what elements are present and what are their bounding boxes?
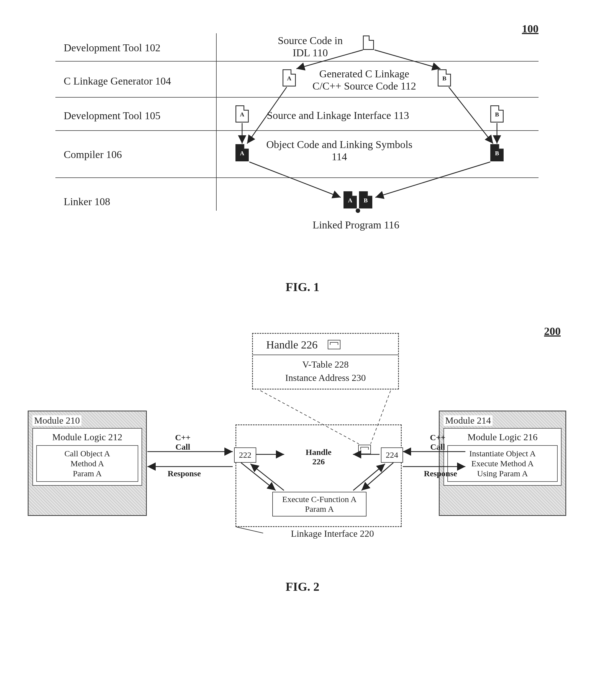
response-right-label: Response [413,469,468,478]
header-linked-program: Linked Program 116 [308,219,404,231]
svg-line-4 [449,87,493,144]
divider [55,130,538,131]
figure-2: 200 Module 210 Module Logic 212 Call Obj… [22,322,583,571]
figure-1: 100 Development Tool 102 C Linkage Gener… [22,22,583,272]
handle-center-label: Handle 226 [236,447,401,466]
linked-a-dark-icon: A [343,191,357,208]
text: Handle [306,447,331,457]
text: Param A [73,469,102,478]
text: 114 [332,151,347,162]
linkage-interface-220: 222 224 Handle 226 Execute C-Function A … [235,424,402,527]
c-function-box: Execute C-Function A Param A [272,492,367,517]
text: C/C++ Source Code 112 [313,80,416,92]
divider [216,33,217,211]
text: Call [430,442,445,451]
header-source-idl: Source Code in IDL 110 [266,35,354,59]
svg-line-20 [237,527,263,533]
module-logic-212-body: Call Object A Method A Param A [36,445,138,482]
file-a-light-icon: A [283,69,296,86]
handle-box-226: Handle 226 V-Table 228 Instance Address … [252,333,399,390]
text: Call Object A [64,449,110,458]
module-214-title: Module 214 [444,415,493,426]
text: Using Param A [477,469,528,478]
text: Param A [305,504,334,514]
file-b-light-icon: B [438,69,451,86]
text: Call [175,442,190,451]
row-label-dev-tool-2: Development Tool 105 [64,109,160,122]
file-a-dark-icon: A [235,144,249,161]
row-label-dev-tool-1: Development Tool 102 [64,42,160,54]
file-b-dark-icon: B [490,144,504,161]
row-label-linkage-gen: C Linkage Generator 104 [64,75,171,87]
divider [55,177,538,178]
row-label-linker: Linker 108 [64,196,110,208]
text: Execute Method A [472,459,534,468]
text: 226 [313,457,325,466]
text: C++ [175,433,191,442]
module-logic-212-title: Module Logic 212 [36,432,138,443]
instance-addr-label: Instance Address 230 [285,373,366,383]
svg-line-1 [374,50,441,69]
module-logic-212: Module Logic 212 Call Object A Method A … [32,428,142,486]
module-210: Module 210 Module Logic 212 Call Object … [28,410,147,516]
text: Source Code in [278,35,343,46]
figure-1-number: 100 [522,22,538,35]
link-dot-icon [356,208,360,213]
figure-2-caption: FIG. 2 [22,580,583,594]
text: Generated C Linkage [319,68,410,80]
header-source-linkage-iface: Source and Linkage Interface 113 [263,109,413,122]
text: Object Code and Linking Symbols [266,139,413,150]
vtable-label: V-Table 228 [302,359,348,370]
linkage-interface-caption: Linkage Interface 220 [263,528,402,539]
svg-line-7 [375,162,490,197]
figure-1-caption: FIG. 1 [22,280,583,294]
row-label-compiler: Compiler 106 [64,148,122,160]
divider [55,61,538,61]
handle-box-title: Handle 226 [266,338,318,351]
source-file-icon [363,35,374,50]
header-generated-linkage: Generated C Linkage C/C++ Source Code 11… [305,68,424,92]
text: Execute C-Function A [282,495,357,504]
cpp-call-right-label: C++ Call [421,433,454,452]
module-logic-216-title: Module Logic 216 [447,432,558,443]
text: Instantiate Object A [469,449,536,458]
text: IDL 110 [293,47,328,58]
svg-line-6 [249,162,341,197]
file-a-light-icon: A [235,105,249,123]
module-210-title: Module 210 [32,415,81,426]
figure-2-number: 200 [544,325,561,338]
linked-b-dark-icon: B [359,191,372,208]
cpp-call-left-label: C++ Call [166,433,200,452]
text: C++ [430,433,445,442]
text: Method A [71,459,104,468]
divider [55,97,538,98]
handle-icon [328,340,340,349]
response-left-label: Response [157,469,212,478]
file-b-light-icon: B [490,105,504,123]
handle-icon [358,445,371,454]
module-214: Module 214 Module Logic 216 Instantiate … [439,410,566,516]
header-object-code: Object Code and Linking Symbols 114 [259,139,420,163]
